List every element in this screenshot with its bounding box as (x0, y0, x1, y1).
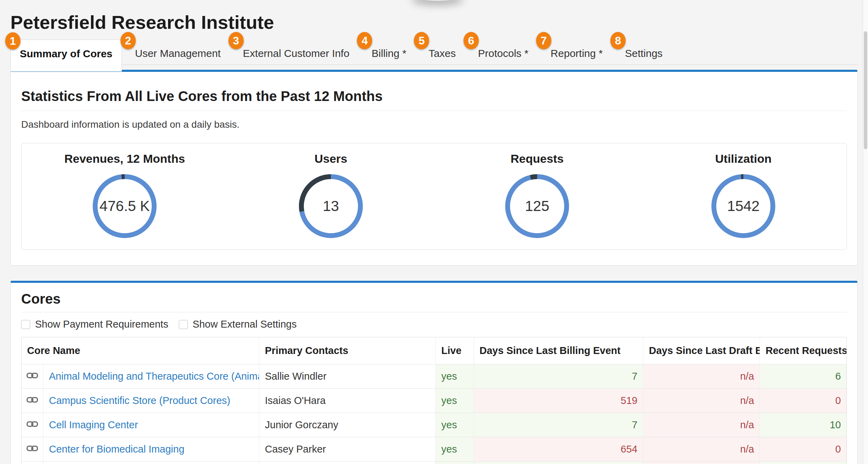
cores-panel: Cores Show Payment Requirements Show Ext… (10, 281, 858, 464)
donut-ring: 13 (298, 173, 364, 239)
column-live: Live (436, 337, 474, 364)
live-cell: yes (436, 413, 474, 437)
gauge-requests: Requests 125 (434, 152, 640, 239)
tab-taxes[interactable]: 5 Taxes (419, 42, 465, 65)
draft-days-cell: n/a (643, 364, 760, 389)
gauge-users: Users 13 (228, 152, 434, 239)
tab-label: User Management (135, 48, 221, 59)
core-name-link[interactable]: Center for Biomedical Imaging (49, 444, 184, 455)
column-days-since-last-billing-event: Days Since Last Billing Event (474, 337, 643, 364)
gauge-title: Revenues, 12 Months (64, 152, 185, 166)
billing-days-cell: 519 (474, 389, 643, 413)
checkbox-label: Show External Settings (193, 319, 297, 330)
annotation-badge-6: 6 (464, 32, 479, 49)
annotation-badge-8: 8 (610, 32, 626, 49)
tab-label: External Customer Info (243, 48, 350, 59)
tab-reporting[interactable]: 7 Reporting * (542, 42, 612, 65)
page-scrollbar[interactable] (863, 0, 868, 464)
checkbox-label: Show Payment Requirements (35, 319, 168, 330)
column-core-name: Core Name (21, 337, 259, 364)
statistics-title: Statistics From All Live Cores from the … (21, 72, 847, 111)
annotation-badge-1: 1 (5, 32, 20, 50)
draft-days-cell: n/a (643, 462, 760, 464)
draft-days-cell: n/a (643, 389, 760, 413)
billing-days-cell: 0 (474, 462, 643, 464)
draft-days-cell: n/a (643, 413, 760, 437)
live-cell: yes (436, 389, 474, 413)
billing-days-cell: 654 (474, 437, 643, 462)
core-name-link[interactable]: Cell Imaging Center (49, 419, 138, 430)
statistics-panel: Statistics From All Live Cores from the … (10, 70, 858, 265)
live-cell: yes (436, 364, 474, 389)
scrollbar-thumb[interactable] (864, 31, 867, 149)
show-external-settings-checkbox[interactable] (179, 320, 188, 329)
core-link-icon[interactable] (26, 444, 38, 453)
gauge-utilization: Utilization 1542 (640, 152, 846, 239)
gauge-value: 1542 (710, 173, 776, 239)
recent-requests-cell: 10 (760, 413, 847, 437)
recent-requests-cell: 67 (760, 462, 847, 464)
gauge-title: Utilization (715, 152, 771, 166)
billing-days-cell: 7 (474, 413, 643, 437)
annotation-badge-5: 5 (414, 32, 429, 49)
tab-summary-of-cores[interactable]: 1 Summary of Cores (10, 40, 122, 71)
live-cell: yes (436, 437, 474, 462)
cores-filters: Show Payment Requirements Show External … (21, 312, 847, 337)
tab-settings[interactable]: 8 Settings (616, 42, 671, 65)
core-link-icon[interactable] (26, 371, 38, 380)
primary-contact: Junior Gorczany (259, 413, 436, 437)
annotation-badge-3: 3 (228, 32, 244, 49)
annotation-badge-7: 7 (536, 32, 551, 49)
table-row: Cell Imaging Center Junior Gorczany yes … (21, 413, 847, 437)
cores-table: Core Name Primary Contacts Live Days Sin… (21, 337, 847, 464)
recent-requests-cell: 6 (760, 364, 847, 389)
recent-requests-cell: 0 (760, 389, 847, 413)
statistics-note: Dashboard information is updated on a da… (21, 111, 847, 130)
live-cell: yes (436, 462, 474, 464)
tab-user-management[interactable]: 2 User Management (126, 42, 230, 65)
core-link-icon[interactable] (26, 396, 38, 404)
core-name-link[interactable]: Animal Modeling and Therapeutics Core (A… (49, 371, 259, 382)
gauge-title: Users (315, 152, 348, 166)
recent-requests-cell: 0 (760, 437, 847, 462)
core-link-icon[interactable] (26, 420, 38, 428)
primary-contact: Brain Huel (259, 462, 436, 464)
tab-billing[interactable]: 4 Billing * (362, 42, 415, 65)
column-days-since-last-draft-billing-event: Days Since Last Draft Billing Event (643, 337, 760, 364)
tab-label: Billing * (372, 48, 406, 59)
tab-label: Protocols * (478, 48, 528, 59)
donut-ring: 476.5 K (92, 173, 158, 239)
primary-contact: Isaias O'Hara (259, 389, 436, 413)
gauge-revenues: Revenues, 12 Months 476.5 K (22, 152, 228, 239)
filter-show-payment-requirements[interactable]: Show Payment Requirements (21, 319, 168, 330)
core-name-link[interactable]: Campus Scientific Store (Product Cores) (49, 395, 230, 406)
tab-label: Settings (625, 48, 662, 59)
gauge-title: Requests (510, 152, 564, 166)
tab-protocols[interactable]: 6 Protocols * (469, 42, 537, 65)
billing-days-cell: 7 (474, 364, 643, 389)
tab-label: Reporting * (551, 48, 603, 59)
table-row: Clinical Research Center (Studies) Brain… (21, 462, 847, 464)
gauges-container: Revenues, 12 Months 476.5 K Users 13 Req… (21, 143, 847, 250)
column-recent-requests: Recent Requests (760, 337, 847, 364)
table-row: Animal Modeling and Therapeutics Core (A… (21, 364, 847, 389)
tab-external-customer-info[interactable]: 3 External Customer Info (234, 42, 359, 65)
gauge-value: 476.5 K (92, 173, 158, 239)
gauge-value: 125 (504, 173, 570, 239)
draft-days-cell: n/a (643, 437, 760, 462)
tab-label: Taxes (428, 48, 456, 59)
annotation-badge-2: 2 (120, 32, 136, 49)
primary-contact: Casey Parker (259, 437, 436, 462)
table-row: Center for Biomedical Imaging Casey Park… (21, 437, 847, 462)
filter-show-external-settings[interactable]: Show External Settings (179, 319, 297, 330)
donut-ring: 1542 (710, 173, 776, 239)
column-primary-contacts: Primary Contacts (259, 337, 436, 364)
cores-title: Cores (21, 283, 847, 312)
tab-label: Summary of Cores (20, 48, 112, 59)
gauge-value: 13 (298, 173, 364, 239)
primary-contact: Sallie Windler (259, 364, 436, 389)
table-row: Campus Scientific Store (Product Cores) … (21, 389, 847, 413)
donut-ring: 125 (504, 173, 570, 239)
table-header-row: Core Name Primary Contacts Live Days Sin… (21, 337, 847, 364)
show-payment-requirements-checkbox[interactable] (21, 320, 30, 329)
